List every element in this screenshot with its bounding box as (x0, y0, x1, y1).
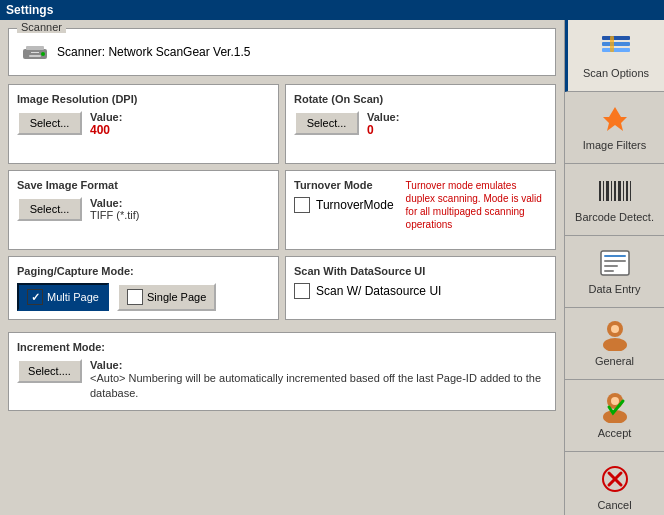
save-image-select-btn[interactable]: Select... (17, 197, 82, 221)
single-page-btn[interactable]: Single Page (117, 283, 216, 311)
scan-options-icon (598, 31, 634, 63)
svg-point-29 (611, 397, 619, 405)
turnover-checkbox[interactable] (294, 197, 310, 213)
data-entry-icon (597, 247, 633, 279)
rotate-label: Rotate (On Scan) (294, 93, 547, 105)
svg-rect-5 (602, 36, 630, 40)
increment-label: Increment Mode: (17, 341, 547, 353)
svg-point-25 (603, 338, 627, 351)
svg-rect-10 (599, 181, 601, 201)
rotate-select-btn[interactable]: Select... (294, 111, 359, 135)
svg-rect-22 (604, 265, 618, 267)
turnover-box: Turnover Mode TurnoverMode Turnover mode… (285, 170, 556, 250)
increment-value: <Auto> Numbering will be automatically i… (90, 371, 547, 402)
scan-datasource-box: Scan With DataSource UI Scan W/ Datasour… (285, 256, 556, 320)
sidebar-item-cancel-label: Cancel (597, 499, 631, 512)
svg-rect-3 (31, 52, 39, 53)
svg-rect-6 (602, 42, 630, 46)
svg-rect-11 (603, 181, 604, 201)
sidebar-item-cancel[interactable]: Cancel (565, 452, 664, 515)
image-resolution-value-label: Value: (90, 111, 122, 123)
barcode-detect-icon (597, 175, 633, 207)
rotate-value-block: Value: 0 (367, 111, 399, 137)
svg-rect-14 (614, 181, 616, 201)
turnover-note: Turnover mode emulates duplex scanning. … (406, 179, 547, 231)
save-image-label: Save Image Format (17, 179, 270, 191)
image-filters-icon (597, 103, 633, 135)
sidebar-item-accept[interactable]: Accept (565, 380, 664, 452)
save-image-value-block: Value: TIFF (*.tif) (90, 197, 140, 221)
increment-content: Select.... Value: <Auto> Numbering will … (17, 359, 547, 402)
single-page-label: Single Page (147, 291, 206, 303)
scanner-group-label: Scanner (17, 21, 66, 33)
increment-value-label: Value: (90, 359, 547, 371)
sidebar-item-scan-options-label: Scan Options (583, 67, 649, 80)
save-image-box: Save Image Format Select... Value: TIFF … (8, 170, 279, 250)
svg-rect-2 (29, 55, 41, 57)
svg-rect-23 (604, 270, 614, 272)
svg-rect-20 (604, 255, 626, 257)
increment-box: Increment Mode: Select.... Value: <Auto>… (8, 332, 556, 411)
left-panel: Scanner Scanner: Network ScanGear Ver.1.… (0, 20, 564, 515)
paging-box: Paging/Capture Mode: ✓ Multi Page Single… (8, 256, 279, 320)
rotate-box: Rotate (On Scan) Select... Value: 0 (285, 84, 556, 164)
svg-rect-13 (611, 181, 612, 201)
scanner-group: Scanner Scanner: Network ScanGear Ver.1.… (8, 28, 556, 76)
sidebar-item-data-entry[interactable]: Data Entry (565, 236, 664, 308)
rotate-content: Select... Value: 0 (294, 111, 547, 137)
increment-value-block: Value: <Auto> Numbering will be automati… (90, 359, 547, 402)
paging-label: Paging/Capture Mode: (17, 265, 270, 277)
multi-page-label: Multi Page (47, 291, 99, 303)
sidebar-item-general-label: General (595, 355, 634, 368)
middle-grid: Save Image Format Select... Value: TIFF … (8, 170, 556, 250)
sidebar-item-image-filters-label: Image Filters (583, 139, 647, 152)
sidebar-item-scan-options[interactable]: Scan Options (565, 20, 664, 92)
turnover-label: Turnover Mode (294, 179, 394, 191)
svg-rect-7 (602, 48, 630, 52)
scanner-row: Scanner: Network ScanGear Ver.1.5 (17, 35, 547, 69)
svg-rect-12 (606, 181, 609, 201)
sidebar-item-accept-label: Accept (598, 427, 632, 440)
paging-grid: Paging/Capture Mode: ✓ Multi Page Single… (8, 256, 556, 326)
image-resolution-select-btn[interactable]: Select... (17, 111, 82, 135)
sidebar-item-image-filters[interactable]: Image Filters (565, 92, 664, 164)
scan-datasource-checkbox[interactable] (294, 283, 310, 299)
general-icon (597, 319, 633, 351)
save-image-value-label: Value: (90, 197, 140, 209)
multi-page-check: ✓ (27, 289, 43, 305)
svg-rect-17 (626, 181, 628, 201)
save-image-value: TIFF (*.tif) (90, 209, 140, 221)
svg-rect-16 (623, 181, 624, 201)
scanner-name: Network ScanGear Ver.1.5 (108, 45, 250, 59)
svg-rect-1 (26, 46, 44, 50)
svg-rect-18 (630, 181, 631, 201)
scan-datasource-checkbox-label: Scan W/ Datasource UI (316, 284, 441, 298)
scanner-icon (21, 41, 49, 63)
image-resolution-content: Select... Value: 400 (17, 111, 270, 137)
svg-rect-15 (618, 181, 621, 201)
rotate-value-label: Value: (367, 111, 399, 123)
single-page-check (127, 289, 143, 305)
image-resolution-label: Image Resolution (DPI) (17, 93, 270, 105)
rotate-value: 0 (367, 123, 399, 137)
svg-rect-8 (610, 36, 614, 52)
svg-marker-9 (603, 107, 627, 131)
svg-point-4 (41, 52, 45, 56)
sidebar-item-barcode-detect[interactable]: Barcode Detect. (565, 164, 664, 236)
scan-datasource-label: Scan With DataSource UI (294, 265, 547, 277)
scan-datasource-row: Scan W/ Datasource UI (294, 283, 547, 299)
sidebar-item-general[interactable]: General (565, 308, 664, 380)
image-resolution-value: 400 (90, 123, 122, 137)
increment-select-btn[interactable]: Select.... (17, 359, 82, 383)
scanner-prefix: Scanner: (57, 45, 105, 59)
svg-rect-21 (604, 260, 626, 262)
svg-point-26 (611, 325, 619, 333)
turnover-checkbox-row: TurnoverMode (294, 197, 394, 213)
paging-buttons: ✓ Multi Page Single Page (17, 283, 270, 311)
top-grid: Image Resolution (DPI) Select... Value: … (8, 84, 556, 164)
multi-page-btn[interactable]: ✓ Multi Page (17, 283, 109, 311)
right-panel: Scan Options Image Filters (564, 20, 664, 515)
sidebar-item-barcode-detect-label: Barcode Detect. (575, 211, 654, 224)
save-image-content: Select... Value: TIFF (*.tif) (17, 197, 270, 221)
image-resolution-value-block: Value: 400 (90, 111, 122, 137)
